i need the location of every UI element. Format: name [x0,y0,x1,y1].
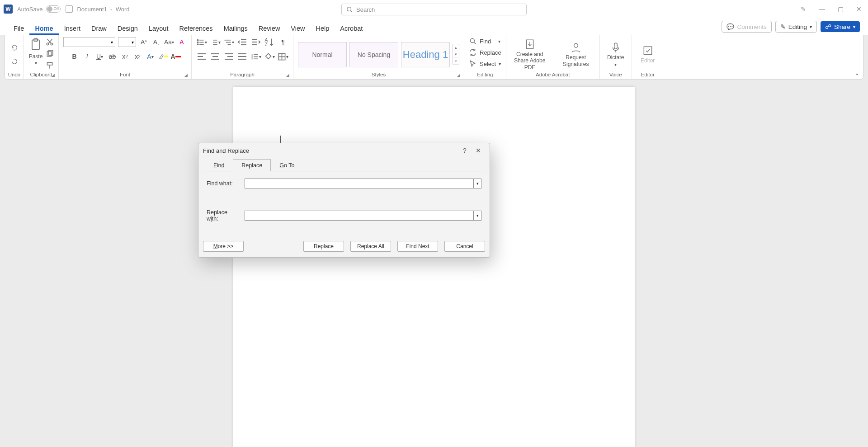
find-what-input[interactable] [245,179,473,188]
modal-overlay: Find and Replace ? ✕ Find Replace Go To … [0,0,868,447]
close-dialog-button[interactable]: ✕ [472,147,485,154]
dialog-tab-replace[interactable]: Replace [233,159,271,171]
find-replace-dialog: Find and Replace ? ✕ Find Replace Go To … [198,143,490,258]
replace-with-label: Replace with: [207,209,240,222]
dialog-tab-find[interactable]: Find [205,159,233,171]
dialog-tabs: Find Replace Go To [205,159,490,171]
find-what-dropdown[interactable]: ▾ [473,179,481,188]
replace-with-dropdown[interactable]: ▾ [473,211,481,221]
more-button[interactable]: More >> [203,241,244,252]
replace-all-button[interactable]: Replace All [350,241,391,252]
cancel-button[interactable]: Cancel [444,241,485,252]
replace-with-input[interactable] [245,211,473,221]
replace-one-button[interactable]: Replace [303,241,344,252]
find-next-button[interactable]: Find Next [397,241,438,252]
help-button[interactable]: ? [458,147,472,154]
dialog-body: Find what: ▾ Replace with: ▾ [202,171,486,238]
dialog-titlebar[interactable]: Find and Replace ? ✕ [198,143,490,157]
dialog-title: Find and Replace [203,147,458,154]
dialog-tab-goto[interactable]: Go To [271,159,303,171]
find-what-label: Find what: [207,180,240,187]
